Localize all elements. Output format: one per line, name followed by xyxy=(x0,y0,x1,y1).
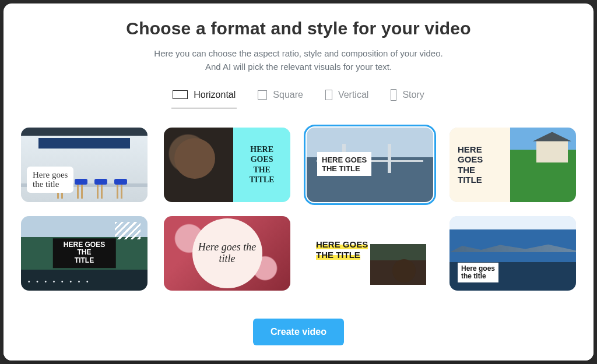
create-video-button[interactable]: Create video xyxy=(253,319,344,345)
template-card-2[interactable]: HERE GOES THE TITLE xyxy=(164,128,290,202)
template-card-1[interactable]: Here goes the title xyxy=(21,128,148,202)
tab-label: Story xyxy=(402,90,424,100)
tab-story[interactable]: Story xyxy=(389,86,425,108)
tab-label: Square xyxy=(273,90,303,100)
vertical-ratio-icon xyxy=(325,90,332,100)
subtitle-line-2: And AI will pick the relevant visuals fo… xyxy=(205,62,392,72)
story-ratio-icon xyxy=(391,89,396,101)
modal-footer: Create video xyxy=(3,307,594,361)
template-title-panel: Here goes the title xyxy=(192,218,262,288)
aspect-ratio-tabs: Horizontal Square Vertical Story xyxy=(27,86,570,109)
template-card-10-peek[interactable]: ★ ★ ★ ★ ★ xyxy=(164,305,290,308)
page-subtitle: Here you can choose the aspect ratio, st… xyxy=(27,47,570,74)
tab-label: Horizontal xyxy=(194,90,236,100)
template-title-text: Here goes the title xyxy=(458,263,498,282)
pagination-dots-icon: • • • • • • • • xyxy=(28,278,90,285)
template-title-text: Here goes the title xyxy=(27,167,73,193)
template-title-text: HERE GOES THE TITLE xyxy=(449,144,483,185)
template-title-text: Here goes the title xyxy=(198,242,256,265)
template-card-6[interactable]: Here goes the title xyxy=(164,216,290,291)
modal-header: Choose a format and style for your video… xyxy=(3,3,594,115)
template-card-8[interactable]: Here goes the title xyxy=(449,216,576,291)
template-card-3[interactable]: HERE GOES THE TITLE xyxy=(307,128,433,202)
template-title-panel: HERE GOES THE TITLE xyxy=(233,128,290,202)
template-card-9-peek[interactable] xyxy=(21,305,148,308)
page-title: Choose a format and style for your video xyxy=(27,19,570,38)
tab-vertical[interactable]: Vertical xyxy=(324,86,370,108)
template-title-text: HERE GOES THE TITLE xyxy=(317,152,371,176)
template-card-4[interactable]: HERE GOES THE TITLE xyxy=(449,128,576,202)
template-card-7[interactable]: HERE GOES THE TITLE xyxy=(307,216,433,291)
templates-grid: Here goes the title HERE GOES THE TITLE … xyxy=(21,128,576,308)
format-style-modal: Choose a format and style for your video… xyxy=(3,3,594,361)
subtitle-line-1: Here you can choose the aspect ratio, st… xyxy=(154,48,443,58)
template-title-panel: HERE GOES THE TITLE xyxy=(449,128,510,202)
template-title-text: HERE GOES THE TITLE xyxy=(250,144,275,185)
template-title-text: HERE GOES THE TITLE xyxy=(316,229,368,260)
template-title-text: HERE GOES THE TITLE xyxy=(52,238,116,268)
template-preview xyxy=(164,128,233,202)
horizontal-ratio-icon xyxy=(173,90,188,99)
template-preview xyxy=(510,128,576,202)
tab-label: Vertical xyxy=(338,90,368,100)
tab-horizontal[interactable]: Horizontal xyxy=(171,86,237,108)
templates-scroll-area[interactable]: Here goes the title HERE GOES THE TITLE … xyxy=(3,115,594,308)
tab-square[interactable]: Square xyxy=(257,86,304,108)
square-ratio-icon xyxy=(258,90,267,100)
template-card-5[interactable]: HERE GOES THE TITLE • • • • • • • • xyxy=(21,216,148,291)
